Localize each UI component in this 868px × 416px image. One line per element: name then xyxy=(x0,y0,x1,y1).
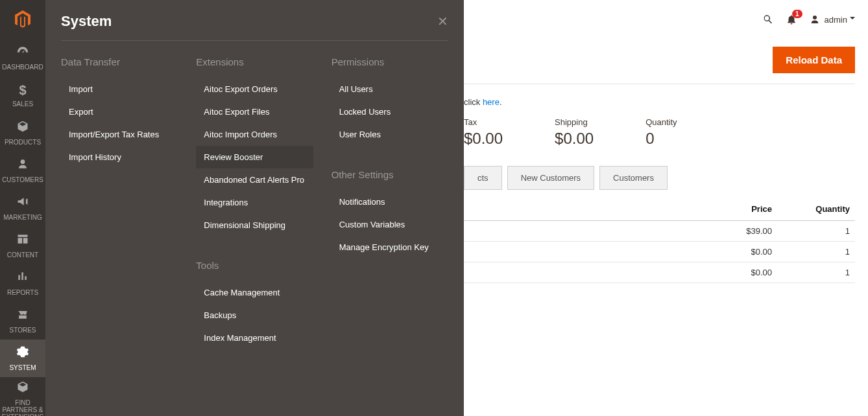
stat-value: 0 xyxy=(645,130,677,148)
stat-value: $0.00 xyxy=(555,130,594,148)
link-aitoc-import-orders[interactable]: Aitoc Import Orders xyxy=(196,123,313,146)
section-heading: Data Transfer xyxy=(61,56,178,67)
stat-tax: Tax $0.00 xyxy=(464,117,503,148)
section-heading: Tools xyxy=(196,260,313,271)
admin-user-menu[interactable]: admin xyxy=(809,14,855,25)
flyout-column-data-transfer: Data Transfer Import Export Import/Expor… xyxy=(61,54,178,283)
nav-products[interactable]: PRODUCTS xyxy=(0,114,45,152)
column-header-price: Price xyxy=(699,198,777,221)
flyout-title: System xyxy=(61,13,112,30)
link-locked-users[interactable]: Locked Users xyxy=(332,100,448,123)
flyout-column-extensions-tools: Extensions Aitoc Export Orders Aitoc Exp… xyxy=(196,54,313,283)
layout-icon xyxy=(16,233,29,249)
magento-logo[interactable] xyxy=(0,0,45,39)
info-here-link[interactable]: here xyxy=(483,97,500,107)
search-icon xyxy=(762,14,774,25)
link-aitoc-export-orders[interactable]: Aitoc Export Orders xyxy=(196,78,313,100)
link-import-export-tax-rates[interactable]: Import/Export Tax Rates xyxy=(61,123,178,146)
nav-content[interactable]: CONTENT xyxy=(0,227,45,264)
admin-user-label: admin xyxy=(825,15,847,25)
tab-customers[interactable]: Customers xyxy=(599,166,668,190)
flyout-column-permissions-other: Permissions All Users Locked Users User … xyxy=(332,54,448,283)
column-spacer xyxy=(464,198,699,221)
tab-new-customers[interactable]: New Customers xyxy=(507,166,594,190)
stat-value: $0.00 xyxy=(464,130,503,148)
dashboard-table: Price Quantity $39.00 1 $0.00 1 $0.00 1 xyxy=(464,198,855,283)
nav-dashboard[interactable]: DASHBOARD xyxy=(0,39,45,76)
system-flyout: System ✕ Data Transfer Import Export Imp… xyxy=(45,0,464,283)
link-review-booster[interactable]: Review Booster xyxy=(196,146,313,168)
info-text-fragment: click here. xyxy=(464,97,855,107)
link-notifications[interactable]: Notifications xyxy=(332,191,448,213)
link-all-users[interactable]: All Users xyxy=(332,78,448,100)
nav-sales[interactable]: $ SALES xyxy=(0,76,45,114)
table-row: $0.00 1 xyxy=(464,262,855,283)
nav-marketing[interactable]: MARKETING xyxy=(0,189,45,227)
link-export[interactable]: Export xyxy=(61,100,178,123)
nav-label: SALES xyxy=(12,100,33,108)
link-dimensional-shipping[interactable]: Dimensional Shipping xyxy=(196,214,313,237)
link-custom-variables[interactable]: Custom Variables xyxy=(332,213,448,236)
stat-shipping: Shipping $0.00 xyxy=(555,117,594,148)
cell-spacer xyxy=(464,221,699,242)
link-import[interactable]: Import xyxy=(61,78,178,100)
cell-quantity: 1 xyxy=(777,242,855,262)
gauge-icon xyxy=(16,45,29,61)
nav-customers[interactable]: CUSTOMERS xyxy=(0,152,45,189)
stat-label: Quantity xyxy=(645,117,677,127)
link-aitoc-export-files[interactable]: Aitoc Export Files xyxy=(196,100,313,123)
info-click-text: click xyxy=(464,97,483,107)
nav-label: CONTENT xyxy=(7,251,38,259)
link-manage-encryption-key[interactable]: Manage Encryption Key xyxy=(332,236,448,259)
cell-quantity: 1 xyxy=(777,221,855,242)
link-cache-management[interactable]: Cache Management xyxy=(196,281,313,283)
notifications-button[interactable]: 1 xyxy=(786,14,797,25)
stat-label: Shipping xyxy=(555,117,594,127)
nav-label: CUSTOMERS xyxy=(2,176,43,183)
cell-price: $39.00 xyxy=(699,221,777,242)
nav-label: MARKETING xyxy=(3,214,42,221)
section-heading: Permissions xyxy=(332,56,448,67)
reload-data-button[interactable]: Reload Data xyxy=(773,47,855,73)
dashboard-tabs: cts New Customers Customers xyxy=(464,166,855,190)
link-import-history[interactable]: Import History xyxy=(61,146,178,168)
main-content: Reload Data click here. Tax $0.00 Shippi… xyxy=(464,0,868,283)
link-abandoned-cart-alerts-pro[interactable]: Abandoned Cart Alerts Pro xyxy=(196,168,313,191)
user-icon xyxy=(809,14,821,25)
dollar-icon: $ xyxy=(19,83,26,98)
table-row: $0.00 1 xyxy=(464,242,855,262)
admin-sidebar: DASHBOARD $ SALES PRODUCTS CUSTOMERS MAR… xyxy=(0,0,45,283)
chevron-down-icon xyxy=(850,17,855,22)
page-header: 1 admin xyxy=(464,0,868,39)
column-header-quantity: Quantity xyxy=(777,198,855,221)
stat-label: Tax xyxy=(464,117,503,127)
link-integrations[interactable]: Integrations xyxy=(196,191,313,214)
nav-label: PRODUCTS xyxy=(5,139,41,146)
notification-badge: 1 xyxy=(792,10,802,18)
person-icon xyxy=(16,157,29,174)
cell-price: $0.00 xyxy=(699,262,777,283)
table-header-row: Price Quantity xyxy=(464,198,855,221)
section-heading: Extensions xyxy=(196,56,313,67)
box-icon xyxy=(16,120,29,136)
tab-products-partial[interactable]: cts xyxy=(464,166,502,190)
cell-spacer xyxy=(464,262,699,283)
cell-price: $0.00 xyxy=(699,242,777,262)
section-heading: Other Settings xyxy=(332,169,448,180)
search-button[interactable] xyxy=(762,14,774,25)
close-icon[interactable]: ✕ xyxy=(437,14,448,29)
info-period: . xyxy=(500,97,502,107)
cell-spacer xyxy=(464,242,699,262)
stats-row: Tax $0.00 Shipping $0.00 Quantity 0 xyxy=(464,117,855,148)
stat-quantity: Quantity 0 xyxy=(645,117,677,148)
megaphone-icon xyxy=(16,195,29,211)
table-row: $39.00 1 xyxy=(464,221,855,242)
bar-chart-icon xyxy=(16,270,29,283)
nav-reports[interactable]: REPORTS xyxy=(0,264,45,283)
link-user-roles[interactable]: User Roles xyxy=(332,123,448,146)
cell-quantity: 1 xyxy=(777,262,855,283)
nav-label: DASHBOARD xyxy=(2,64,43,71)
